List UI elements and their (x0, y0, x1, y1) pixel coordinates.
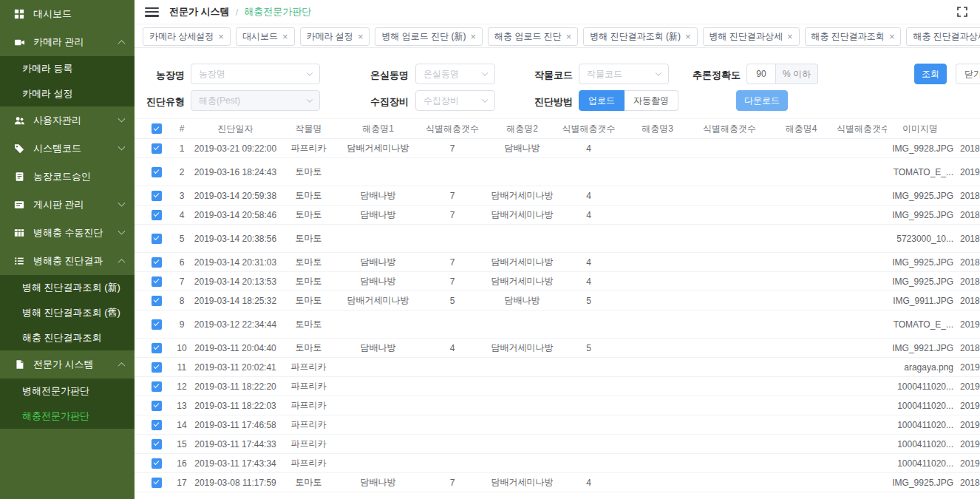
tab-병해 진단결과조회 (新)[interactable]: 병해 진단결과조회 (新)× (583, 27, 697, 46)
table-row[interactable]: 112019-03-11 20:02:41파프리카aragaya.png2019 (135, 358, 980, 377)
row-checkbox[interactable] (152, 362, 162, 373)
table-row[interactable]: 122019-03-11 18:22:20파프리카1000411020...20… (135, 377, 980, 396)
sidebar-item-해충 진단결과조회[interactable]: 해충 진단결과조회 (0, 325, 135, 350)
results-icon (13, 255, 25, 267)
cell-reg: 2018 (953, 296, 980, 306)
row-checkbox[interactable] (152, 296, 162, 306)
tab-대시보드[interactable]: 대시보드× (236, 27, 295, 46)
cell-date: 2019-03-11 17:44:33 (194, 439, 277, 449)
cell-pest1: 담배나방 (340, 256, 416, 268)
tab-close-icon[interactable]: × (470, 32, 476, 41)
tab-close-icon[interactable]: × (282, 32, 288, 41)
row-checkbox[interactable] (152, 478, 162, 488)
sidebar-item-병해 진단결과조회 (新)[interactable]: 병해 진단결과조회 (新) (0, 275, 135, 300)
tab-close-icon[interactable]: × (566, 32, 572, 41)
row-checkbox-cell (143, 319, 170, 330)
sidebar-item-사용자관리[interactable]: 사용자관리 (0, 106, 135, 135)
tab-카메라 설정[interactable]: 카메라 설정× (300, 27, 370, 46)
select-all-cell (143, 123, 170, 135)
row-checkbox[interactable] (152, 420, 162, 430)
row-checkbox[interactable] (152, 143, 162, 154)
tab-label: 해충 업로드 진단 (494, 30, 562, 43)
device-select[interactable]: 수집장비 (415, 90, 495, 111)
tab-병해 업로드 진단 (新)[interactable]: 병해 업로드 진단 (新)× (375, 27, 483, 46)
table-row[interactable]: 42019-03-14 20:58:46토마토담배나방7담배거세미나방4IMG_… (135, 206, 980, 225)
table-row[interactable]: 22019-03-16 18:24:43토마토TOMATO_E_...2019 (135, 158, 980, 186)
sidebar-item-병해전문가판단[interactable]: 병해전문가판단 (0, 379, 135, 404)
tab-close-icon[interactable]: × (787, 32, 793, 41)
row-checkbox[interactable] (152, 191, 162, 201)
fullscreen-icon[interactable] (956, 6, 968, 18)
cell-image: IMG_9925.JPG (887, 257, 953, 268)
sidebar-item-카메라 설정[interactable]: 카메라 설정 (0, 81, 135, 106)
sidebar-item-농장코드승인[interactable]: 농장코드승인 (0, 163, 135, 191)
method-segmented-control: 업로드 자동촬영 (579, 90, 678, 111)
row-checkbox[interactable] (152, 401, 162, 411)
row-checkbox[interactable] (152, 210, 162, 220)
greenhouse-select[interactable]: 온실동명 (415, 64, 495, 84)
tab-해충 업로드 진단[interactable]: 해충 업로드 진단× (488, 27, 578, 46)
tab-close-icon[interactable]: × (358, 32, 364, 41)
row-checkbox[interactable] (152, 319, 162, 330)
row-checkbox[interactable] (152, 234, 162, 244)
method-option-upload[interactable]: 업로드 (579, 90, 625, 111)
table-row[interactable]: 152019-03-11 17:44:33파프리카1000411020...20… (135, 435, 980, 454)
tab-close-icon[interactable]: × (685, 32, 691, 41)
sidebar-item-게시판 관리[interactable]: 게시판 관리 (0, 191, 135, 219)
sidebar-item-카메라 등록[interactable]: 카메라 등록 (0, 56, 135, 81)
crop-code-select[interactable]: 작물코드 (579, 64, 669, 84)
cell-date: 2019-03-16 18:24:43 (194, 167, 277, 177)
row-checkbox[interactable] (152, 167, 162, 177)
row-checkbox[interactable] (152, 276, 162, 287)
tab-해충 진단결과조회[interactable]: 해충 진단결과조회× (805, 27, 902, 46)
table-row[interactable]: 12019-03-21 09:22:00파프리카담배거세미나방7담배나방4IMG… (135, 139, 980, 158)
row-checkbox[interactable] (152, 458, 162, 469)
tab-close-icon[interactable]: × (889, 32, 895, 41)
table-row[interactable]: 32019-03-14 20:59:38토마토담배나방7담배거세미나방4IMG_… (135, 186, 980, 206)
cell-num: 10 (170, 343, 194, 353)
tab-해충 진단결과상세[interactable]: 해충 진단결과상세× (906, 27, 980, 46)
cell-num: 14 (170, 420, 194, 430)
sidebar-item-병해충 진단결과[interactable]: 병해충 진단결과 (0, 247, 135, 275)
row-checkbox-cell (143, 295, 170, 306)
tab-병해 진단결과상세[interactable]: 병해 진단결과상세× (703, 27, 800, 46)
row-checkbox[interactable] (152, 439, 162, 449)
chevron-down-icon (118, 143, 126, 150)
table-row[interactable]: 52019-03-14 20:38:56토마토5723000_10...2018 (135, 225, 980, 253)
select-all-checkbox[interactable] (152, 123, 162, 134)
sidebar-item-병해 진단결과조회 (舊)[interactable]: 병해 진단결과조회 (舊) (0, 300, 135, 325)
table-row[interactable]: 162019-03-11 17:43:34파프리카1000411020...20… (135, 454, 980, 473)
sidebar-item-label: 병해전문가판단 (22, 384, 89, 398)
close-button[interactable]: 닫기 (956, 64, 980, 84)
table-row[interactable]: 132019-03-11 18:22:03파프리카1000411020...20… (135, 396, 980, 415)
row-checkbox[interactable] (152, 257, 162, 268)
row-checkbox[interactable] (152, 343, 162, 353)
search-button[interactable]: 조회 (914, 64, 947, 84)
cell-num: 11 (170, 362, 194, 373)
tab-close-icon[interactable]: × (218, 32, 224, 41)
sidebar-item-대시보드[interactable]: 대시보드 (0, 0, 135, 28)
method-option-auto[interactable]: 자동촬영 (625, 90, 678, 111)
table-row[interactable]: 92019-03-12 22:34:44토마토TOMATO_E_...2019 (135, 310, 980, 339)
table-row[interactable]: 102019-03-11 20:04:40토마토담배나방4담배거세미나방5IMG… (135, 339, 980, 358)
hamburger-menu-icon[interactable] (145, 7, 159, 17)
cell-reg: 2019 (953, 362, 980, 373)
row-checkbox[interactable] (152, 381, 162, 392)
table-row[interactable]: 62019-03-14 20:31:03토마토담배나방7담배거세미나방4IMG_… (135, 253, 980, 272)
farm-name-select[interactable]: 농장명 (191, 64, 320, 84)
sidebar-item-카메라 관리[interactable]: 카메라 관리 (0, 28, 135, 56)
table-row[interactable]: 72019-03-14 20:13:53토마토담배나방7담배거세미나방4IMG_… (135, 272, 980, 291)
accuracy-input[interactable] (746, 64, 776, 84)
cell-image: TOMATO_E_... (887, 167, 953, 177)
tab-카메라 상세설정[interactable]: 카메라 상세설정× (143, 27, 231, 46)
table-row[interactable]: 142019-03-11 17:46:58파프리카1000411020...20… (135, 415, 980, 435)
table-row[interactable]: 172019-03-08 11:17:59토마토담배나방7담배거세미나방4IMG… (135, 473, 980, 492)
table-row[interactable]: 82019-03-14 18:25:32토마토담배거세미나방5담배나방5IMG_… (135, 291, 980, 310)
tab-label: 카메라 설정 (307, 30, 353, 43)
sidebar-item-시스템코드[interactable]: 시스템코드 (0, 135, 135, 163)
cell-reg: 2018 (953, 343, 980, 353)
sidebar-item-전문가 시스템[interactable]: 전문가 시스템 (0, 350, 135, 379)
sidebar-item-병해충 수동진단[interactable]: 병해충 수동진단 (0, 219, 135, 247)
download-button[interactable]: 다운로드 (736, 90, 788, 111)
sidebar-item-해충전문가판단[interactable]: 해충전문가판단 (0, 404, 135, 429)
